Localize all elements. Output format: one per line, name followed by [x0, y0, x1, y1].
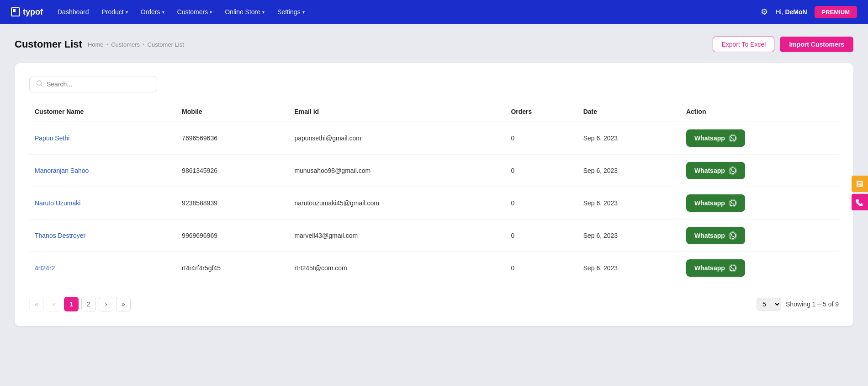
- breadcrumb-home[interactable]: Home: [88, 41, 104, 48]
- table-row: Naruto Uzumaki 9238588939 narutouzumaki4…: [29, 187, 839, 220]
- settings-icon[interactable]: ⚙: [761, 7, 768, 17]
- premium-button[interactable]: PREMIUM: [815, 6, 857, 18]
- chevron-down-icon: ▾: [126, 10, 128, 15]
- floater-note-button[interactable]: [852, 176, 868, 192]
- email-cell: munusahoo98@gmail.com: [289, 155, 505, 187]
- side-floaters: [852, 176, 868, 210]
- mobile-cell: 9969696969: [176, 220, 289, 252]
- breadcrumb-sep: •: [143, 41, 145, 48]
- page-title: Customer List: [15, 38, 82, 50]
- table-row: Papun Sethi 7696569636 papunsethi@gmail.…: [29, 122, 839, 155]
- col-date: Date: [578, 103, 681, 122]
- action-cell: Whatsapp: [681, 220, 839, 252]
- email-cell: marvell43@gmail.com: [289, 220, 505, 252]
- page-header: Customer List Home • Customers • Custome…: [15, 37, 853, 52]
- date-cell: Sep 6, 2023: [578, 155, 681, 187]
- user-greeting: Hi, DeMoN: [775, 8, 807, 16]
- pagination-page-2[interactable]: 2: [81, 297, 96, 311]
- svg-line-1: [41, 85, 43, 87]
- date-cell: Sep 6, 2023: [578, 220, 681, 252]
- orders-cell: 0: [505, 122, 577, 155]
- breadcrumb-sep: •: [106, 41, 109, 48]
- chevron-down-icon: ▾: [262, 10, 265, 15]
- nav-online-store[interactable]: Online Store ▾: [225, 8, 265, 16]
- nav-product[interactable]: Product ▾: [102, 8, 128, 16]
- search-input[interactable]: [47, 80, 150, 88]
- search-wrap: [29, 76, 839, 92]
- header-actions: Export To Excel Import Customers: [713, 37, 853, 52]
- search-icon: [36, 80, 43, 88]
- table-footer: « ‹ 1 2 › » 5 10 25 50 Showing 1 – 5 of …: [29, 297, 839, 311]
- mobile-cell: rt4r4rf4r5gf45: [176, 252, 289, 284]
- pagination-info: 5 10 25 50 Showing 1 – 5 of 9: [757, 298, 839, 311]
- pagination-last[interactable]: »: [116, 297, 131, 311]
- customer-name-cell[interactable]: Naruto Uzumaki: [29, 187, 176, 220]
- main-card: Customer Name Mobile Email id Orders Dat…: [15, 63, 853, 326]
- brand-logo[interactable]: typof: [11, 7, 43, 17]
- col-orders: Orders: [505, 103, 577, 122]
- col-mobile: Mobile: [176, 103, 289, 122]
- pagination-prev[interactable]: ‹: [47, 297, 61, 311]
- nav-right: ⚙ Hi, DeMoN PREMIUM: [761, 6, 857, 18]
- nav-customers[interactable]: Customers ▾: [177, 8, 212, 16]
- action-cell: Whatsapp: [681, 155, 839, 187]
- col-action: Action: [681, 103, 839, 122]
- pagination-first[interactable]: «: [29, 297, 44, 311]
- mobile-cell: 9238588939: [176, 187, 289, 220]
- whatsapp-icon: [729, 166, 737, 175]
- whatsapp-button[interactable]: Whatsapp: [686, 162, 745, 179]
- orders-cell: 0: [505, 220, 577, 252]
- search-box: [29, 76, 157, 92]
- email-cell: narutouzumaki45@gmail.com: [289, 187, 505, 220]
- orders-cell: 0: [505, 155, 577, 187]
- whatsapp-icon: [729, 231, 737, 240]
- top-navigation: typof Dashboard Product ▾ Orders ▾ Custo…: [0, 0, 868, 24]
- mobile-cell: 9861345926: [176, 155, 289, 187]
- orders-cell: 0: [505, 187, 577, 220]
- whatsapp-button[interactable]: Whatsapp: [686, 259, 745, 277]
- customer-name-cell[interactable]: 4rt24r2: [29, 252, 176, 284]
- import-customers-button[interactable]: Import Customers: [780, 37, 853, 52]
- nav-settings[interactable]: Settings ▾: [277, 8, 305, 16]
- breadcrumb: Home • Customers • Customer List: [88, 41, 184, 48]
- col-email: Email id: [289, 103, 505, 122]
- page-title-area: Customer List Home • Customers • Custome…: [15, 38, 184, 50]
- whatsapp-icon: [729, 264, 737, 272]
- date-cell: Sep 6, 2023: [578, 187, 681, 220]
- whatsapp-icon: [729, 199, 737, 207]
- table-row: Thanos Destroyer 9969696969 marvell43@gm…: [29, 220, 839, 252]
- breadcrumb-current: Customer List: [148, 41, 184, 48]
- date-cell: Sep 6, 2023: [578, 122, 681, 155]
- whatsapp-button[interactable]: Whatsapp: [686, 129, 745, 147]
- export-to-excel-button[interactable]: Export To Excel: [713, 37, 774, 52]
- action-cell: Whatsapp: [681, 252, 839, 284]
- showing-text: Showing 1 – 5 of 9: [786, 300, 839, 308]
- col-customer-name: Customer Name: [29, 103, 176, 122]
- brand-name: typof: [23, 7, 43, 17]
- chevron-down-icon: ▾: [162, 10, 164, 15]
- action-cell: Whatsapp: [681, 187, 839, 220]
- nav-dashboard[interactable]: Dashboard: [58, 8, 89, 16]
- mobile-cell: 7696569636: [176, 122, 289, 155]
- action-cell: Whatsapp: [681, 122, 839, 155]
- breadcrumb-customers[interactable]: Customers: [111, 41, 140, 48]
- customer-table: Customer Name Mobile Email id Orders Dat…: [29, 103, 839, 284]
- customer-name-cell[interactable]: Manoranjan Sahoo: [29, 155, 176, 187]
- per-page-select[interactable]: 5 10 25 50: [757, 298, 781, 311]
- chevron-down-icon: ▾: [302, 10, 305, 15]
- whatsapp-button[interactable]: Whatsapp: [686, 227, 745, 244]
- table-row: 4rt24r2 rt4r4rf4r5gf45 rtrt245t@com.com …: [29, 252, 839, 284]
- pagination-next[interactable]: ›: [99, 297, 113, 311]
- nav-links: Dashboard Product ▾ Orders ▾ Customers ▾…: [58, 8, 746, 16]
- logo-icon: [11, 7, 20, 16]
- pagination-page-1[interactable]: 1: [64, 297, 79, 311]
- nav-orders[interactable]: Orders ▾: [141, 8, 164, 16]
- floater-phone-button[interactable]: [852, 194, 868, 210]
- customer-name-cell[interactable]: Papun Sethi: [29, 122, 176, 155]
- date-cell: Sep 6, 2023: [578, 252, 681, 284]
- customer-name-cell[interactable]: Thanos Destroyer: [29, 220, 176, 252]
- orders-cell: 0: [505, 252, 577, 284]
- email-cell: rtrt245t@com.com: [289, 252, 505, 284]
- whatsapp-button[interactable]: Whatsapp: [686, 194, 745, 212]
- table-row: Manoranjan Sahoo 9861345926 munusahoo98@…: [29, 155, 839, 187]
